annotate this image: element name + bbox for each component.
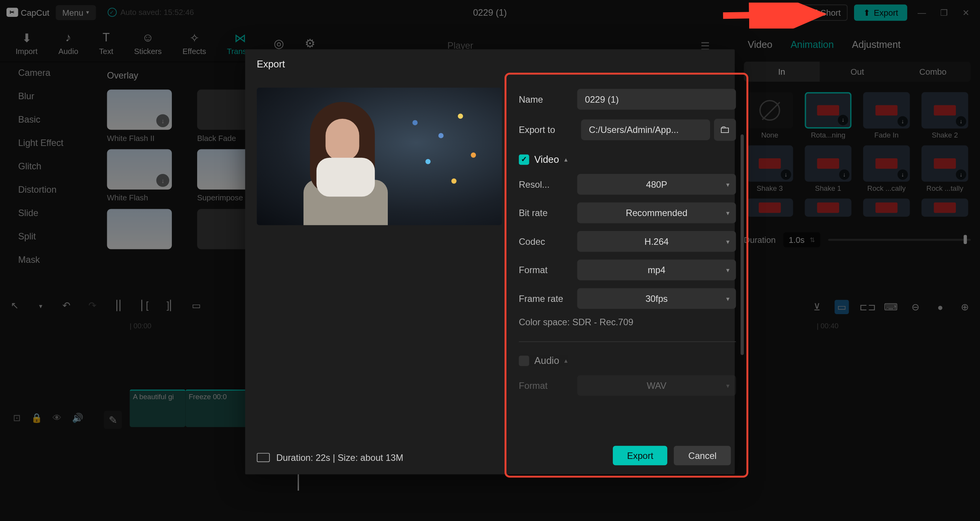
codec-select[interactable]: H.264▾ [577, 231, 736, 252]
modal-export-button[interactable]: Export [613, 446, 668, 465]
checkbox-off-icon[interactable]: ✓ [519, 355, 529, 365]
collapse-arrow-icon: ▴ [564, 357, 567, 364]
bitrate-select[interactable]: Recommended▾ [577, 203, 736, 223]
folder-icon: 🗀 [720, 124, 730, 136]
section-title: Audio [534, 355, 559, 366]
chevron-down-icon: ▾ [726, 295, 729, 302]
section-title: Video [534, 154, 559, 165]
framerate-select[interactable]: 30fps▾ [577, 288, 736, 309]
modal-cancel-button[interactable]: Cancel [674, 446, 731, 465]
bitrate-label: Bit rate [519, 208, 577, 218]
exportto-input[interactable] [581, 120, 710, 140]
name-input[interactable] [577, 89, 736, 110]
export-info: Duration: 22s | Size: about 13M [257, 452, 403, 463]
select-value: H.264 [645, 236, 669, 247]
chevron-down-icon: ▾ [726, 181, 729, 188]
audio-format-select[interactable]: WAV▾ [577, 375, 736, 396]
film-icon [257, 453, 270, 462]
exportto-label: Export to [519, 125, 577, 135]
select-value: mp4 [648, 265, 665, 275]
export-info-text: Duration: 22s | Size: about 13M [276, 452, 403, 463]
audio-section-toggle[interactable]: ✓ Audio ▴ [519, 355, 736, 366]
resolution-label: Resol... [519, 179, 577, 190]
framerate-label: Frame rate [519, 293, 577, 304]
export-form: Name Export to 🗀 ✓ Video ▴ Resol... 480P… [510, 76, 745, 474]
collapse-arrow-icon: ▴ [564, 156, 567, 163]
chevron-down-icon: ▾ [726, 238, 729, 245]
chevron-down-icon: ▾ [726, 209, 729, 216]
video-preview [257, 88, 502, 225]
modal-title: Export [245, 49, 735, 76]
name-label: Name [519, 94, 577, 105]
chevron-down-icon: ▾ [726, 266, 729, 274]
export-modal: Export Name Export to 🗀 [245, 49, 735, 475]
checkbox-on-icon[interactable]: ✓ [519, 154, 529, 164]
select-value: Recommended [626, 208, 688, 218]
audio-format-label: Format [519, 380, 577, 391]
select-value: 480P [646, 179, 667, 190]
colorspace-info: Color space: SDR - Rec.709 [519, 317, 736, 327]
video-section-toggle[interactable]: ✓ Video ▴ [519, 154, 736, 165]
preview-column [257, 76, 502, 474]
chevron-down-icon: ▾ [726, 382, 729, 389]
select-value: WAV [647, 380, 666, 391]
scrollbar[interactable] [741, 134, 744, 355]
browse-folder-button[interactable]: 🗀 [714, 119, 736, 141]
select-value: 30fps [645, 293, 668, 304]
resolution-select[interactable]: 480P▾ [577, 174, 736, 195]
format-label: Format [519, 265, 577, 275]
format-select[interactable]: mp4▾ [577, 260, 736, 280]
codec-label: Codec [519, 236, 577, 247]
